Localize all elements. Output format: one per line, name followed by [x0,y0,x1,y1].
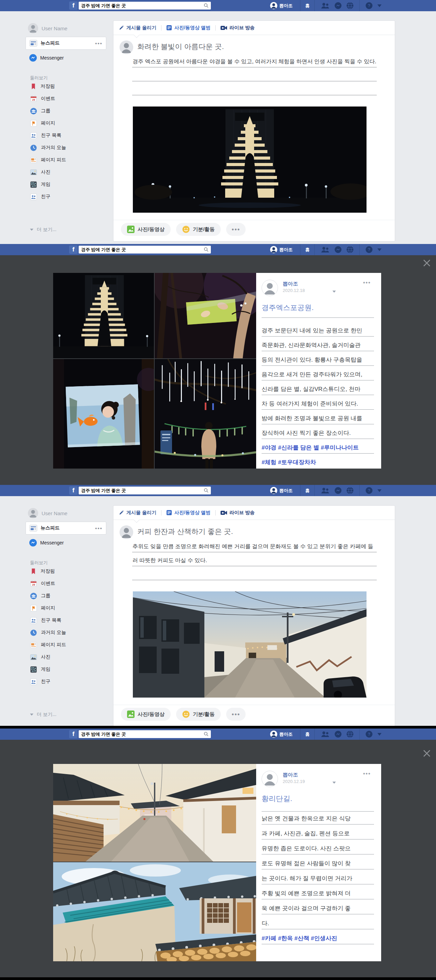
notifications-globe-icon[interactable] [347,487,354,494]
feeling-activity-button[interactable]: 기분/활동 [176,708,221,721]
author-avatar[interactable] [262,771,278,787]
nav-profile-name[interactable]: 뽑아조 [279,731,292,737]
sidebar-item-groups[interactable]: 그룹 [30,105,107,117]
nav-home-link[interactable]: 홈 [305,247,310,253]
search-input[interactable] [79,487,211,495]
sidebar-item-saved[interactable]: 저장됨 [30,80,107,92]
sidebar-item-photos[interactable]: 사진 [30,651,107,663]
sidebar-user[interactable]: User Name [28,23,67,33]
newsfeed-options-icon[interactable] [95,40,102,46]
account-menu-caret-icon[interactable] [377,733,382,736]
collage-photo-hanok-roofs[interactable] [53,862,256,961]
tab-make-post[interactable]: 게시물 올리기 [119,25,157,31]
notifications-globe-icon[interactable] [347,246,354,253]
sidebar-see-more[interactable]: 더 보기... [30,711,56,718]
collage-photo-forest-projection[interactable] [155,273,256,358]
nav-profile-name[interactable]: 뽑아조 [279,3,292,9]
sidebar-item-pages[interactable]: 페이지 [30,117,107,129]
sidebar-item-groups[interactable]: 그룹 [30,590,107,602]
nav-profile-avatar[interactable] [270,246,277,253]
notifications-globe-icon[interactable] [347,2,354,9]
nav-profile-avatar[interactable] [270,2,277,9]
sidebar-item-newsfeed[interactable]: 뉴스피드 [26,522,106,535]
tab-photo-video-album[interactable]: 사진/동영상 앨범 [166,510,211,516]
sidebar-item-pages[interactable]: 페이지 [30,602,107,614]
more-options-button[interactable] [226,708,246,721]
sidebar-item-events[interactable]: 25 이벤트 [30,578,107,590]
account-menu-caret-icon[interactable] [377,489,382,492]
close-icon[interactable] [422,259,431,267]
messenger-icon[interactable] [334,246,342,253]
friend-requests-icon[interactable] [321,2,330,9]
tab-make-post[interactable]: 게시물 올리기 [119,510,157,516]
feeling-activity-button[interactable]: 기분/활동 [176,223,221,236]
messenger-icon[interactable] [334,487,342,494]
search-icon[interactable] [204,732,208,737]
search-input[interactable] [79,246,211,253]
help-icon[interactable]: ? [366,487,373,494]
sidebar-item-memories[interactable]: 과거의 오늘 [30,627,107,639]
search-input[interactable] [79,730,211,738]
messenger-icon[interactable] [334,730,342,738]
nav-profile-name[interactable]: 뽑아조 [279,247,292,253]
post-options-button[interactable] [363,280,371,286]
more-options-button[interactable] [226,223,246,236]
post-photo-street-dusk[interactable] [133,592,367,698]
hashtags-line[interactable]: #카페 #한옥 #산책 #인생사진 [262,934,375,942]
photo-video-button[interactable]: 사진/동영상 [121,708,171,721]
sidebar-item-newsfeed[interactable]: 뉴스피드 [26,37,106,50]
nav-profile-avatar[interactable] [270,730,277,738]
collage-photo-hanok-alley[interactable] [53,764,256,862]
sidebar-item-messenger[interactable]: Messenger [29,537,64,549]
friend-requests-icon[interactable] [321,247,330,253]
nav-profile-avatar[interactable] [270,487,277,494]
collage-photo-hanging-lights[interactable] [155,359,256,469]
collage-photo-tower-night[interactable] [53,273,154,358]
hashtags-line[interactable]: #야경 #신라를 담은 별 #루미나나이트 [262,444,375,452]
sidebar-item-pages-feed[interactable]: 페이지 피드 [30,154,107,166]
search-input[interactable] [79,2,211,10]
sidebar-see-more[interactable]: 더 보기... [30,227,56,233]
newsfeed-options-icon[interactable] [95,525,102,531]
sidebar-item-games[interactable]: 게임 [30,178,107,191]
nav-home-link[interactable]: 홈 [305,488,310,494]
tab-live-broadcast[interactable]: 라이브 방송 [220,25,255,31]
nav-profile-name[interactable]: 뽑아조 [279,488,292,494]
author-avatar[interactable] [262,280,278,296]
messenger-icon[interactable] [334,2,342,9]
help-icon[interactable]: ? [366,246,373,253]
search-icon[interactable] [204,488,208,493]
sidebar-item-friend-lists[interactable]: 친구 목록 [30,129,107,142]
facebook-logo[interactable]: f [69,2,78,10]
tab-photo-video-album[interactable]: 사진/동영상 앨범 [166,25,211,31]
search-icon[interactable] [204,247,208,252]
sidebar-item-pages-feed[interactable]: 페이지 피드 [30,639,107,651]
help-icon[interactable]: ? [366,2,373,9]
privacy-caret-icon[interactable] [332,782,336,784]
facebook-logo[interactable]: f [69,730,78,738]
hashtags-line[interactable]: #체험 #토우대장차차 [262,458,375,466]
author-name[interactable]: 뽑아조 [283,281,298,287]
account-menu-caret-icon[interactable] [377,248,382,251]
privacy-caret-icon[interactable] [332,291,336,293]
notifications-globe-icon[interactable] [347,730,354,738]
author-name[interactable]: 뽑아조 [283,772,298,778]
photo-video-button[interactable]: 사진/동영상 [121,223,171,236]
nav-home-link[interactable]: 홈 [305,731,310,737]
post-photo-expo-tower[interactable] [133,107,367,213]
sidebar-item-friend-lists[interactable]: 친구 목록 [30,614,107,627]
sidebar-item-memories[interactable]: 과거의 오늘 [30,142,107,154]
sidebar-item-photos[interactable]: 사진 [30,166,107,178]
account-menu-caret-icon[interactable] [377,5,382,7]
sidebar-item-friends[interactable]: 친구 [30,675,107,688]
sidebar-item-friends[interactable]: 친구 [30,191,107,203]
friend-requests-icon[interactable] [321,487,330,494]
sidebar-item-messenger[interactable]: Messenger [29,52,64,64]
sidebar-item-events[interactable]: 25 이벤트 [30,92,107,105]
help-icon[interactable]: ? [366,730,373,738]
sidebar-user[interactable]: User Name [28,508,67,518]
facebook-logo[interactable]: f [69,245,78,254]
sidebar-item-saved[interactable]: 저장됨 [30,565,107,578]
nav-home-link[interactable]: 홈 [305,3,310,9]
close-icon[interactable] [422,749,431,758]
